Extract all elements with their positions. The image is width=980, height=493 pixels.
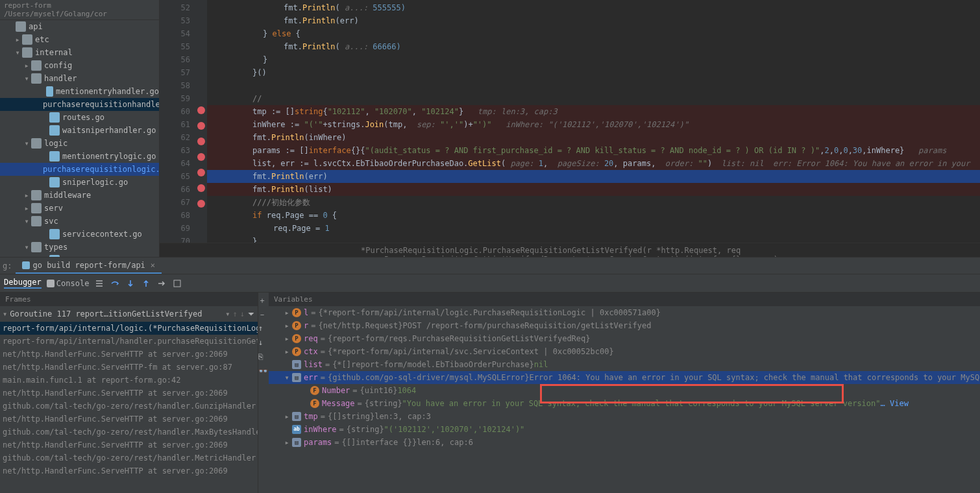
code-line[interactable]: fmt.Println(err) [207,14,980,27]
breakpoint-gutter[interactable] [195,0,207,243]
line-number[interactable]: 69 [160,222,195,235]
tree-item[interactable]: sniperlogic.go [0,176,159,189]
line-number[interactable]: 54 [160,27,195,40]
chevron-icon[interactable]: ▸ [282,306,292,319]
variable-row[interactable]: ▸Preq = {report-form/reqs.PurchaseRequis… [269,332,980,345]
code-line[interactable]: } else { [207,27,980,40]
line-number[interactable]: 68 [160,209,195,222]
code-line[interactable]: tmp := []string{"102112", "102070", "102… [207,105,980,118]
stack-frame[interactable]: main.main.func1.1 at report-form.go:42 [0,374,258,387]
tree-item[interactable]: ▾logic [0,137,159,150]
code-line[interactable] [207,79,980,92]
tree-item[interactable]: servicecontext.go [0,228,159,241]
stack-frame[interactable]: github.com/tal-tech/go-zero/rest/handler… [0,400,258,413]
stack-frame[interactable]: net/http.HandlerFunc.ServeHTTP-fm at ser… [0,361,258,374]
code-line[interactable]: fmt.Println( a...: 66666) [207,40,980,53]
next-frame-icon[interactable]: ↓ [240,309,245,319]
stack-frame[interactable]: github.com/tal-tech/go-zero/rest/handler… [0,426,258,439]
code-line[interactable]: params := []interface{}{"(audit_status =… [207,144,980,157]
line-number[interactable]: 58 [160,79,195,92]
copy-icon[interactable]: ⎘ [258,352,269,363]
stack-frame[interactable]: net/http.HandlerFunc.ServeHTTP at server… [0,387,258,400]
tree-item[interactable]: ▸config [0,59,159,72]
breakpoint-icon[interactable] [197,200,205,208]
tree-item[interactable]: mentionentryhandler.go [0,85,159,98]
code-line[interactable]: } [207,235,980,243]
line-number[interactable]: 57 [160,66,195,79]
chevron-icon[interactable]: ▾ [282,371,292,384]
variable-row[interactable]: abinWhere = {string} "('102112','102070'… [269,423,980,436]
variable-row[interactable]: ▤list = {*[]report-form/model.EbTibaoOrd… [269,358,980,371]
tree-item[interactable]: purchaserequisitionlogic.go [0,163,159,176]
breakpoint-icon[interactable] [197,138,205,145]
code-line[interactable]: req.Page = 1 [207,222,980,235]
tree-item[interactable]: ▾internal [0,46,159,59]
step-out-icon[interactable] [141,278,151,289]
line-number[interactable]: 65 [160,170,195,183]
stack-frame[interactable]: report-form/api/internal/logic.(*Purchas… [0,322,258,335]
code-line[interactable]: fmt.Println(list) [207,183,980,196]
variable-row[interactable]: ▸Pr = {net/http.Request} POST /report-fo… [269,319,980,332]
code-line[interactable]: fmt.Println(err) [207,170,980,183]
code-line[interactable]: } [207,53,980,66]
code-line[interactable]: list, err := l.svcCtx.EbTibaoOrderPurcha… [207,157,980,170]
tree-item[interactable]: purchaserequisitionhandler [0,98,159,111]
variable-row[interactable]: ▸Pl = {*report-form/api/internal/logic.P… [269,306,980,319]
variable-row[interactable]: ▾▤err = {github.com/go-sql-driver/mysql.… [269,371,980,384]
line-number-gutter[interactable]: 52535455565758596061626364656667686970 [160,0,195,243]
stack-frame[interactable]: net/http.HandlerFunc.ServeHTTP at server… [0,413,258,426]
remove-watch-icon[interactable]: － [258,309,269,320]
editor[interactable]: 52535455565758596061626364656667686970 f… [160,0,980,257]
chevron-icon[interactable]: ▸ [282,345,292,358]
code-line[interactable]: ////初始化参数 [207,196,980,209]
close-icon[interactable]: × [151,261,155,270]
line-number[interactable]: 53 [160,14,195,27]
stack-frame[interactable]: net/http.HandlerFunc.ServeHTTP at server… [0,464,258,477]
code-line[interactable]: inWhere := "('"+strings.Join(tmp, sep: "… [207,118,980,131]
line-number[interactable]: 55 [160,40,195,53]
up-icon[interactable]: ↑ [258,324,269,334]
code-line[interactable]: }() [207,66,980,79]
variable-row[interactable]: ▸▤tmp = {[]string} len:3, cap:3 [269,410,980,423]
breakpoint-icon[interactable] [197,153,205,161]
tree-item[interactable]: ▸middleware [0,189,159,202]
line-number[interactable]: 61 [160,118,195,131]
tree-item[interactable]: ▾svc [0,215,159,228]
tree-item[interactable]: ▸etc [0,33,159,46]
prev-frame-icon[interactable]: ↑ [233,309,238,319]
tree-item[interactable]: waitsniperhandler.go [0,124,159,137]
stack-frame[interactable]: github.com/tal-tech/go-zero/rest/handler… [0,451,258,464]
code-line[interactable]: if req.Page == 0 { [207,209,980,222]
chevron-icon[interactable]: ▸ [282,410,292,423]
chevron-icon[interactable]: ▸ [282,319,292,332]
line-number[interactable]: 52 [160,1,195,14]
line-number[interactable]: 56 [160,53,195,66]
line-number[interactable]: 67 [160,196,195,209]
glasses-icon[interactable]: 👓 [258,367,269,377]
chevron-icon[interactable]: ▸ [282,332,292,345]
tree-item[interactable]: api [0,20,159,33]
breakpoint-icon[interactable] [197,106,205,114]
goroutine-selector[interactable]: ▾ Goroutine 117 report…itionGetListVerif… [0,306,258,322]
tree-item[interactable]: ▸serv [0,202,159,215]
code-line[interactable]: // [207,92,980,105]
chevron-icon[interactable]: ▸ [282,436,292,449]
down-icon[interactable]: ↓ [258,338,269,348]
evaluate-icon[interactable] [172,278,182,289]
line-number[interactable]: 66 [160,183,195,196]
code-line[interactable]: fmt.Println(inWhere) [207,131,980,144]
breakpoint-icon[interactable] [197,184,205,192]
stack-frame[interactable]: net/http.HandlerFunc.ServeHTTP at server… [0,348,258,361]
variable-row[interactable]: FNumber = {uint16} 1064 [269,384,980,397]
step-over-icon[interactable] [110,278,120,289]
variable-row[interactable]: ▸▤params = {[]interface {}} len:6, cap:6 [269,436,980,449]
tree-item[interactable]: routes.go [0,111,159,124]
run-tab-bar[interactable]: g: go build report-form/api × [0,257,980,274]
tree-item[interactable]: ▾types [0,241,159,254]
tree-item[interactable]: mentionentrylogic.go [0,150,159,163]
line-number[interactable]: 60 [160,105,195,118]
line-number[interactable]: 59 [160,92,195,105]
stack-frame[interactable]: net/http.HandlerFunc.ServeHTTP at server… [0,439,258,451]
line-number[interactable]: 64 [160,157,195,170]
line-number[interactable]: 63 [160,144,195,157]
